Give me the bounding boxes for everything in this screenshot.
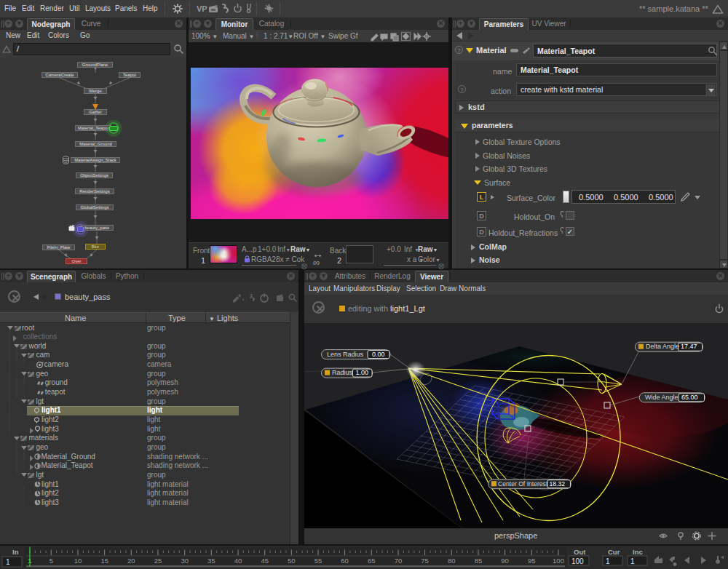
svg-text:Lens Radius: Lens Radius [327,351,364,358]
svg-text:45: 45 [261,557,269,565]
svg-text:60: 60 [341,557,349,565]
svg-text:65: 65 [368,557,376,565]
svg-text:100: 100 [553,557,564,565]
svg-text:25: 25 [154,557,162,565]
svg-text:17.47: 17.47 [681,343,697,350]
svg-text:40: 40 [234,557,242,565]
svg-text:In: In [12,548,19,556]
svg-text:Delta Angle: Delta Angle [646,343,679,350]
svg-text:30: 30 [181,557,189,565]
svg-text:0.00: 0.00 [372,351,385,358]
svg-text:1: 1 [606,557,610,565]
svg-text:1: 1 [630,557,635,565]
svg-text:90: 90 [501,557,509,565]
svg-text:65.00: 65.00 [681,394,698,401]
svg-text:20: 20 [127,557,135,565]
svg-text:Wide Angle: Wide Angle [645,394,678,401]
svg-text:Inc: Inc [633,548,643,556]
svg-text:Center Of Interest: Center Of Interest [498,480,548,488]
svg-text:1: 1 [28,557,32,565]
svg-text:5: 5 [50,557,53,565]
svg-text:95: 95 [528,557,536,565]
svg-text:75: 75 [421,557,429,565]
svg-text:1: 1 [6,558,10,566]
svg-text:Cur: Cur [608,548,620,556]
svg-text:15: 15 [100,557,108,565]
svg-text:100: 100 [571,557,584,565]
svg-text:35: 35 [207,557,215,565]
svg-text:10: 10 [74,557,82,565]
svg-text:Radius: Radius [332,369,353,376]
svg-text:70: 70 [395,557,403,565]
svg-text:1.00: 1.00 [356,369,369,376]
svg-text:85: 85 [475,557,483,565]
svg-text:55: 55 [314,557,323,565]
svg-text:80: 80 [448,557,456,565]
svg-text:Out: Out [574,548,586,556]
svg-text:50: 50 [288,557,296,565]
svg-text:18.32: 18.32 [550,480,566,488]
